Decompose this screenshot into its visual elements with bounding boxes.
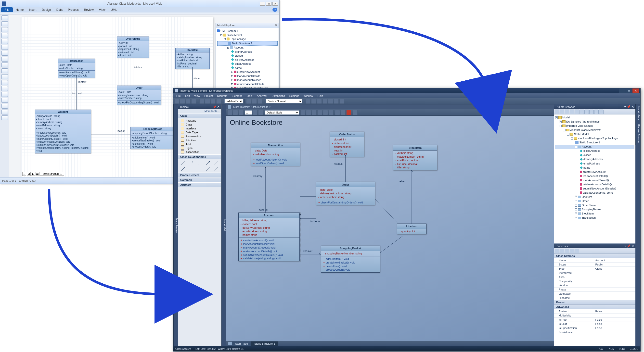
toolbar-button[interactable] <box>246 99 251 104</box>
tool-button[interactable] <box>2 110 8 114</box>
toolbar-button[interactable] <box>317 99 322 104</box>
toolbar-button[interactable] <box>574 110 579 114</box>
prop-value[interactable] <box>593 279 636 283</box>
menu-tools[interactable]: Tools <box>244 94 254 98</box>
class-transaction[interactable]: Transaction -date: Date-orderNumber: str… <box>251 143 300 166</box>
toolbox-item-interface[interactable]: Interface <box>178 126 221 130</box>
close-icon[interactable]: ✕ <box>632 244 634 248</box>
menu-view[interactable]: View <box>192 94 202 98</box>
toolbox-item-enumeration[interactable]: Enumeration <box>178 134 221 138</box>
arrow-icon[interactable] <box>181 167 186 171</box>
toolbar-button[interactable] <box>180 99 185 104</box>
class-account[interactable]: Account -billingAddress: string-closed: … <box>238 213 300 261</box>
toolbar-button[interactable] <box>238 110 244 115</box>
close-icon[interactable]: ✕ <box>217 105 220 109</box>
style-select[interactable]: Default Style <box>264 110 299 115</box>
menu-extensions[interactable]: Extensions <box>270 94 287 98</box>
project-browser-tree[interactable]: -Model +EA Samples (the real things) -Im… <box>554 114 636 243</box>
prop-value[interactable]: Public <box>593 263 636 267</box>
tool-button[interactable] <box>2 74 8 79</box>
class-shoppingbasket[interactable]: ShoppingBasket -shoppingBasketNumber : s… <box>130 127 174 149</box>
toolbar-button[interactable] <box>311 99 316 104</box>
toolbox-group-profile-helpers[interactable]: Profile Helpers <box>178 173 221 177</box>
prop-value[interactable]: False <box>593 322 636 326</box>
tool-button[interactable] <box>2 68 8 73</box>
toolbar-button[interactable] <box>584 110 589 114</box>
toolbox-group-class[interactable]: Class <box>178 113 221 118</box>
prop-value[interactable] <box>593 292 636 296</box>
class-order[interactable]: Order -date : Date-deliveryInstructions … <box>117 85 161 105</box>
menu-view[interactable]: View <box>96 7 108 12</box>
toolbar-button[interactable] <box>335 110 340 115</box>
toolbar-button[interactable] <box>334 99 339 104</box>
toolbar-button[interactable] <box>252 110 258 115</box>
toolbar-button[interactable] <box>233 110 238 115</box>
tool-button[interactable] <box>2 98 8 103</box>
tab-nav-first[interactable]: ⏮ <box>22 172 26 176</box>
toolbar-button[interactable] <box>306 110 311 115</box>
menu-window[interactable]: Window <box>302 94 315 98</box>
diagram-tab-label[interactable]: Class Diagram: "Static Structure-1" <box>233 106 271 108</box>
toolbar-button[interactable] <box>300 110 305 115</box>
menu-help[interactable]: Help <box>316 94 325 98</box>
minimize-button[interactable]: — <box>619 88 626 93</box>
toolbar-button[interactable] <box>341 110 346 115</box>
menu-review[interactable]: Review <box>82 7 96 12</box>
prop-value[interactable] <box>593 296 636 300</box>
prop-value[interactable]: False <box>593 309 636 314</box>
toolbar-button[interactable] <box>555 249 560 253</box>
tab-model-mail[interactable]: Model Mail <box>222 104 226 346</box>
toolbar-button[interactable] <box>555 110 560 114</box>
help-icon[interactable]: ? <box>272 8 277 12</box>
tool-button[interactable] <box>2 15 8 20</box>
prop-value[interactable] <box>593 283 636 288</box>
toolbar-button[interactable] <box>560 249 564 253</box>
class-lineitem[interactable]: LineItem -quantity: int <box>397 224 426 234</box>
menu-analyzer[interactable]: Analyzer <box>255 94 269 98</box>
prop-value[interactable] <box>593 271 636 275</box>
prop-value[interactable] <box>593 330 636 334</box>
arrow-icon[interactable] <box>189 161 194 165</box>
toolbox-item-association[interactable]: Association <box>178 150 221 154</box>
class-orderstatus[interactable]: OrderStatus -new : int-packed : int-disp… <box>117 36 149 58</box>
tab-team-review[interactable]: Team Review <box>174 104 178 346</box>
prop-value[interactable]: Class <box>593 267 636 271</box>
menu-design[interactable]: Design <box>39 7 53 12</box>
toolbar-button[interactable] <box>258 99 262 104</box>
toolbox-item-package[interactable]: Package <box>178 119 221 123</box>
tab-nav-next[interactable]: ▶ <box>31 172 35 176</box>
delete-button[interactable] <box>346 110 351 115</box>
tab-nav-prev[interactable]: ◀ <box>27 172 31 176</box>
maximize-button[interactable]: ▭ <box>626 88 632 93</box>
arrow-icon[interactable] <box>198 167 202 171</box>
tab-start-page[interactable]: Start Page <box>232 342 251 346</box>
toolbar-button[interactable] <box>565 110 569 114</box>
toolbar-button[interactable] <box>258 110 263 115</box>
menu-project[interactable]: Project <box>202 94 214 98</box>
tab-element-browser[interactable]: Element Browser <box>636 122 640 145</box>
toolbar-button[interactable] <box>205 99 210 104</box>
properties-grid[interactable]: Class Settings NameAccountScopePublicTyp… <box>554 254 636 346</box>
menu-file[interactable]: File <box>174 94 183 98</box>
toolbar-button[interactable] <box>580 110 584 114</box>
toolbox-group-common[interactable]: Common <box>178 177 221 182</box>
minimize-button[interactable]: — <box>260 2 265 6</box>
menu-process[interactable]: Process <box>66 7 81 12</box>
toolbox-item-primitive[interactable]: Primitive <box>178 138 221 142</box>
prop-value[interactable]: Account <box>593 258 636 263</box>
toolbar-button[interactable] <box>252 99 257 104</box>
toolbar-button[interactable] <box>312 110 316 115</box>
toolbar-button[interactable] <box>174 99 179 104</box>
close-icon[interactable]: ✕ <box>275 24 277 27</box>
toolbar-button[interactable] <box>211 99 216 104</box>
toolbar-button[interactable] <box>227 110 232 115</box>
arrow-icon[interactable] <box>181 161 186 165</box>
fontsize-input[interactable] <box>245 110 252 115</box>
menu-edit[interactable]: Edit <box>183 94 192 98</box>
menu-insert[interactable]: Insert <box>26 7 39 12</box>
tool-button[interactable] <box>2 86 8 91</box>
tool-button[interactable] <box>2 115 8 120</box>
menu-diagram[interactable]: Diagram <box>215 94 230 98</box>
tool-button[interactable] <box>2 51 8 56</box>
arrow-icon[interactable] <box>189 167 194 171</box>
